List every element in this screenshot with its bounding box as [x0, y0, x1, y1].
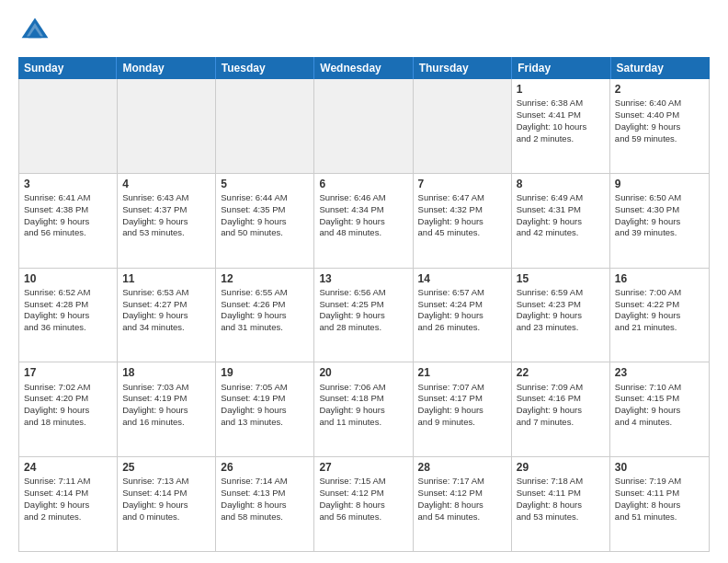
- day-info: Daylight: 8 hours: [615, 500, 704, 511]
- day-number: 24: [24, 460, 112, 475]
- day-info: Sunset: 4:11 PM: [517, 488, 605, 500]
- day-number: 22: [517, 365, 605, 380]
- day-number: 26: [221, 460, 309, 475]
- day-info: Daylight: 9 hours: [517, 405, 605, 417]
- day-info: Sunrise: 7:18 AM: [517, 476, 605, 488]
- weekday-header: Thursday: [414, 57, 512, 79]
- day-info: and 50 minutes.: [221, 227, 309, 239]
- day-info: Sunset: 4:13 PM: [221, 488, 309, 500]
- day-info: and 58 minutes.: [221, 511, 309, 523]
- day-info: Daylight: 8 hours: [517, 500, 605, 511]
- calendar-cell: 26Sunrise: 7:14 AMSunset: 4:13 PMDayligh…: [216, 457, 314, 551]
- day-info: Sunset: 4:11 PM: [615, 488, 704, 500]
- day-number: 17: [24, 365, 112, 380]
- day-number: 27: [319, 460, 407, 475]
- day-info: and 48 minutes.: [319, 227, 407, 239]
- calendar-row: 17Sunrise: 7:02 AMSunset: 4:20 PMDayligh…: [19, 362, 709, 457]
- day-info: and 21 minutes.: [615, 322, 704, 334]
- day-info: and 56 minutes.: [319, 511, 407, 523]
- calendar-cell: [414, 79, 512, 173]
- day-info: and 39 minutes.: [615, 227, 704, 239]
- day-info: Sunrise: 6:38 AM: [517, 98, 605, 109]
- day-info: Sunset: 4:18 PM: [319, 393, 407, 405]
- day-info: Sunset: 4:22 PM: [615, 299, 704, 311]
- calendar-cell: 23Sunrise: 7:10 AMSunset: 4:15 PMDayligh…: [610, 362, 709, 456]
- day-info: Sunset: 4:25 PM: [319, 299, 407, 311]
- calendar-cell: 1Sunrise: 6:38 AMSunset: 4:41 PMDaylight…: [512, 79, 610, 173]
- calendar-cell: 7Sunrise: 6:47 AMSunset: 4:32 PMDaylight…: [414, 174, 512, 268]
- day-info: Daylight: 9 hours: [319, 216, 407, 228]
- weekday-header: Monday: [117, 57, 215, 79]
- day-info: Sunset: 4:40 PM: [615, 109, 704, 121]
- day-info: Sunset: 4:30 PM: [615, 204, 704, 216]
- logo: [18, 15, 55, 48]
- day-info: and 0 minutes.: [122, 511, 210, 523]
- day-number: 12: [221, 271, 309, 286]
- day-info: Daylight: 9 hours: [615, 216, 704, 228]
- page: SundayMondayTuesdayWednesdayThursdayFrid…: [0, 0, 728, 563]
- day-info: Daylight: 9 hours: [122, 405, 210, 417]
- day-info: Sunrise: 6:56 AM: [319, 287, 407, 299]
- day-info: Daylight: 9 hours: [615, 121, 704, 133]
- calendar-cell: 15Sunrise: 6:59 AMSunset: 4:23 PMDayligh…: [512, 269, 610, 362]
- day-info: Daylight: 10 hours: [517, 121, 605, 133]
- calendar-cell: 22Sunrise: 7:09 AMSunset: 4:16 PMDayligh…: [512, 362, 610, 456]
- day-number: 6: [319, 177, 407, 191]
- day-info: Sunset: 4:28 PM: [24, 299, 112, 311]
- day-info: Sunset: 4:12 PM: [418, 488, 506, 500]
- calendar-cell: 27Sunrise: 7:15 AMSunset: 4:12 PMDayligh…: [314, 457, 413, 551]
- day-info: Sunrise: 6:59 AM: [517, 287, 605, 299]
- calendar-cell: 18Sunrise: 7:03 AMSunset: 4:19 PMDayligh…: [118, 362, 216, 456]
- calendar-cell: 21Sunrise: 7:07 AMSunset: 4:17 PMDayligh…: [414, 362, 512, 456]
- day-info: Daylight: 9 hours: [319, 405, 407, 417]
- day-info: Daylight: 9 hours: [24, 310, 112, 322]
- calendar-row: 24Sunrise: 7:11 AMSunset: 4:14 PMDayligh…: [19, 457, 709, 551]
- day-info: Sunrise: 6:40 AM: [615, 98, 704, 109]
- day-info: Sunset: 4:35 PM: [221, 204, 309, 216]
- day-number: 8: [517, 177, 605, 191]
- day-info: Daylight: 9 hours: [122, 216, 210, 228]
- calendar-cell: [314, 79, 413, 173]
- day-info: and 53 minutes.: [517, 511, 605, 523]
- day-info: and 42 minutes.: [517, 227, 605, 239]
- day-info: and 2 minutes.: [24, 511, 112, 523]
- calendar-cell: 20Sunrise: 7:06 AMSunset: 4:18 PMDayligh…: [314, 362, 413, 456]
- day-info: Sunrise: 6:49 AM: [517, 192, 605, 204]
- calendar-cell: 8Sunrise: 6:49 AMSunset: 4:31 PMDaylight…: [512, 174, 610, 268]
- day-number: 19: [221, 365, 309, 380]
- day-info: and 9 minutes.: [418, 417, 506, 429]
- calendar-cell: 29Sunrise: 7:18 AMSunset: 4:11 PMDayligh…: [512, 457, 610, 551]
- calendar-cell: 13Sunrise: 6:56 AMSunset: 4:25 PMDayligh…: [314, 269, 413, 362]
- day-info: Sunrise: 7:14 AM: [221, 476, 309, 488]
- day-info: Sunrise: 7:10 AM: [615, 382, 704, 394]
- day-info: Sunrise: 6:57 AM: [418, 287, 506, 299]
- day-info: and 45 minutes.: [418, 227, 506, 239]
- day-info: Sunrise: 7:02 AM: [24, 382, 112, 394]
- day-info: Daylight: 9 hours: [24, 500, 112, 511]
- calendar-header: SundayMondayTuesdayWednesdayThursdayFrid…: [18, 57, 710, 79]
- day-info: Daylight: 9 hours: [517, 310, 605, 322]
- weekday-header: Tuesday: [216, 57, 314, 79]
- day-number: 2: [615, 82, 704, 97]
- day-number: 16: [615, 271, 704, 286]
- day-info: Sunrise: 7:00 AM: [615, 287, 704, 299]
- day-info: Sunrise: 7:15 AM: [319, 476, 407, 488]
- day-info: Sunset: 4:24 PM: [418, 299, 506, 311]
- day-info: Sunrise: 7:17 AM: [418, 476, 506, 488]
- day-info: Sunrise: 6:47 AM: [418, 192, 506, 204]
- day-number: 18: [122, 365, 210, 380]
- day-info: and 51 minutes.: [615, 511, 704, 523]
- day-info: and 11 minutes.: [319, 417, 407, 429]
- day-info: Sunrise: 6:55 AM: [221, 287, 309, 299]
- day-number: 28: [418, 460, 506, 475]
- day-info: Sunrise: 6:44 AM: [221, 192, 309, 204]
- day-info: Sunrise: 6:43 AM: [122, 192, 210, 204]
- header: [18, 15, 710, 48]
- day-info: and 54 minutes.: [418, 511, 506, 523]
- day-info: Daylight: 8 hours: [418, 500, 506, 511]
- day-info: Sunrise: 7:03 AM: [122, 382, 210, 394]
- day-number: 14: [418, 271, 506, 286]
- day-info: Sunset: 4:19 PM: [221, 393, 309, 405]
- day-info: and 18 minutes.: [24, 417, 112, 429]
- calendar-cell: 17Sunrise: 7:02 AMSunset: 4:20 PMDayligh…: [19, 362, 118, 456]
